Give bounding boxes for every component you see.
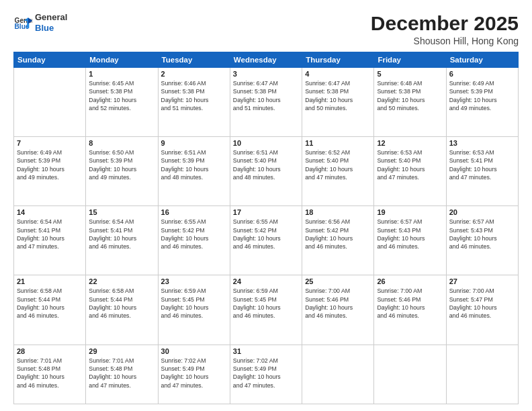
day-number: 24	[233, 277, 299, 285]
day-info: Sunrise: 6:46 AM Sunset: 5:38 PM Dayligh…	[161, 79, 227, 112]
week-row-4: 21Sunrise: 6:58 AM Sunset: 5:44 PM Dayli…	[14, 275, 519, 345]
day-info: Sunrise: 6:54 AM Sunset: 5:41 PM Dayligh…	[17, 218, 83, 250]
day-number: 21	[17, 277, 83, 285]
calendar-cell: 1Sunrise: 6:45 AM Sunset: 5:38 PM Daylig…	[86, 68, 158, 137]
title-block: December 2025 Shouson Hill, Hong Kong	[371, 12, 519, 46]
day-number: 9	[161, 139, 227, 147]
day-info: Sunrise: 6:59 AM Sunset: 5:45 PM Dayligh…	[233, 287, 299, 320]
calendar-cell: 29Sunrise: 7:01 AM Sunset: 5:48 PM Dayli…	[86, 345, 158, 404]
day-number: 26	[377, 277, 443, 285]
col-monday: Monday	[86, 52, 158, 68]
day-info: Sunrise: 6:45 AM Sunset: 5:38 PM Dayligh…	[89, 79, 154, 112]
calendar-table: Sunday Monday Tuesday Wednesday Thursday…	[13, 52, 519, 404]
day-info: Sunrise: 6:49 AM Sunset: 5:39 PM Dayligh…	[17, 148, 83, 181]
day-info: Sunrise: 6:51 AM Sunset: 5:40 PM Dayligh…	[233, 148, 299, 181]
day-number: 3	[233, 70, 299, 78]
day-number: 31	[233, 347, 299, 355]
day-info: Sunrise: 6:56 AM Sunset: 5:42 PM Dayligh…	[305, 218, 371, 250]
day-number: 29	[89, 347, 154, 355]
day-number: 12	[377, 139, 443, 147]
calendar-cell: 3Sunrise: 6:47 AM Sunset: 5:38 PM Daylig…	[230, 68, 302, 137]
calendar-cell	[374, 345, 446, 404]
calendar-cell: 30Sunrise: 7:02 AM Sunset: 5:49 PM Dayli…	[158, 345, 230, 404]
calendar-cell: 7Sunrise: 6:49 AM Sunset: 5:39 PM Daylig…	[14, 137, 86, 206]
page: General Blue General Blue December 2025 …	[0, 0, 532, 411]
day-info: Sunrise: 7:00 AM Sunset: 5:46 PM Dayligh…	[377, 287, 443, 320]
day-number: 13	[449, 139, 515, 147]
day-info: Sunrise: 7:00 AM Sunset: 5:46 PM Dayligh…	[305, 287, 371, 320]
calendar-cell: 10Sunrise: 6:51 AM Sunset: 5:40 PM Dayli…	[230, 137, 302, 206]
calendar-cell: 20Sunrise: 6:57 AM Sunset: 5:43 PM Dayli…	[446, 206, 518, 275]
col-sunday: Sunday	[14, 52, 86, 68]
day-number: 1	[89, 70, 154, 78]
week-row-3: 14Sunrise: 6:54 AM Sunset: 5:41 PM Dayli…	[14, 206, 519, 275]
day-info: Sunrise: 6:52 AM Sunset: 5:40 PM Dayligh…	[305, 148, 371, 181]
logo: General Blue General Blue	[13, 12, 67, 33]
day-number: 11	[305, 139, 371, 147]
calendar-cell: 27Sunrise: 7:00 AM Sunset: 5:47 PM Dayli…	[446, 275, 518, 345]
day-number: 17	[233, 208, 299, 216]
col-thursday: Thursday	[302, 52, 374, 68]
header: General Blue General Blue December 2025 …	[13, 12, 519, 46]
week-row-1: 1Sunrise: 6:45 AM Sunset: 5:38 PM Daylig…	[14, 68, 519, 137]
day-number: 20	[449, 208, 515, 216]
day-info: Sunrise: 6:55 AM Sunset: 5:42 PM Dayligh…	[233, 218, 299, 250]
week-row-2: 7Sunrise: 6:49 AM Sunset: 5:39 PM Daylig…	[14, 137, 519, 206]
day-info: Sunrise: 6:58 AM Sunset: 5:44 PM Dayligh…	[89, 287, 154, 320]
calendar-header-row: Sunday Monday Tuesday Wednesday Thursday…	[14, 52, 519, 68]
calendar-cell: 11Sunrise: 6:52 AM Sunset: 5:40 PM Dayli…	[302, 137, 374, 206]
day-number: 8	[89, 139, 154, 147]
calendar-cell: 25Sunrise: 7:00 AM Sunset: 5:46 PM Dayli…	[302, 275, 374, 345]
logo-icon: General Blue	[13, 13, 32, 32]
calendar-cell	[446, 345, 518, 404]
calendar-cell: 9Sunrise: 6:51 AM Sunset: 5:39 PM Daylig…	[158, 137, 230, 206]
day-number: 18	[305, 208, 371, 216]
day-number: 25	[305, 277, 371, 285]
day-number: 30	[161, 347, 227, 355]
logo-line1: General	[35, 12, 67, 23]
calendar-cell: 19Sunrise: 6:57 AM Sunset: 5:43 PM Dayli…	[374, 206, 446, 275]
calendar-cell: 26Sunrise: 7:00 AM Sunset: 5:46 PM Dayli…	[374, 275, 446, 345]
calendar-cell: 4Sunrise: 6:47 AM Sunset: 5:38 PM Daylig…	[302, 68, 374, 137]
day-info: Sunrise: 6:58 AM Sunset: 5:44 PM Dayligh…	[17, 287, 83, 320]
day-info: Sunrise: 6:50 AM Sunset: 5:39 PM Dayligh…	[89, 148, 154, 181]
day-info: Sunrise: 6:55 AM Sunset: 5:42 PM Dayligh…	[161, 218, 227, 250]
calendar-cell: 12Sunrise: 6:53 AM Sunset: 5:40 PM Dayli…	[374, 137, 446, 206]
calendar-cell: 28Sunrise: 7:01 AM Sunset: 5:48 PM Dayli…	[14, 345, 86, 404]
calendar-cell: 17Sunrise: 6:55 AM Sunset: 5:42 PM Dayli…	[230, 206, 302, 275]
day-info: Sunrise: 7:01 AM Sunset: 5:48 PM Dayligh…	[89, 357, 154, 390]
calendar-cell: 15Sunrise: 6:54 AM Sunset: 5:41 PM Dayli…	[86, 206, 158, 275]
day-number: 15	[89, 208, 154, 216]
week-row-5: 28Sunrise: 7:01 AM Sunset: 5:48 PM Dayli…	[14, 345, 519, 404]
day-info: Sunrise: 6:47 AM Sunset: 5:38 PM Dayligh…	[233, 79, 299, 112]
day-number: 5	[377, 70, 443, 78]
day-number: 27	[449, 277, 515, 285]
col-tuesday: Tuesday	[158, 52, 230, 68]
calendar-cell: 13Sunrise: 6:53 AM Sunset: 5:41 PM Dayli…	[446, 137, 518, 206]
calendar-cell: 16Sunrise: 6:55 AM Sunset: 5:42 PM Dayli…	[158, 206, 230, 275]
day-info: Sunrise: 6:49 AM Sunset: 5:39 PM Dayligh…	[449, 79, 515, 112]
day-number: 16	[161, 208, 227, 216]
day-info: Sunrise: 6:59 AM Sunset: 5:45 PM Dayligh…	[161, 287, 227, 320]
day-info: Sunrise: 7:00 AM Sunset: 5:47 PM Dayligh…	[449, 287, 515, 320]
day-info: Sunrise: 7:02 AM Sunset: 5:49 PM Dayligh…	[233, 357, 299, 390]
calendar-cell: 2Sunrise: 6:46 AM Sunset: 5:38 PM Daylig…	[158, 68, 230, 137]
col-saturday: Saturday	[446, 52, 518, 68]
calendar-cell: 31Sunrise: 7:02 AM Sunset: 5:49 PM Dayli…	[230, 345, 302, 404]
day-number: 4	[305, 70, 371, 78]
calendar-cell: 22Sunrise: 6:58 AM Sunset: 5:44 PM Dayli…	[86, 275, 158, 345]
day-number: 22	[89, 277, 154, 285]
calendar-cell: 21Sunrise: 6:58 AM Sunset: 5:44 PM Dayli…	[14, 275, 86, 345]
calendar-cell: 18Sunrise: 6:56 AM Sunset: 5:42 PM Dayli…	[302, 206, 374, 275]
calendar-cell: 8Sunrise: 6:50 AM Sunset: 5:39 PM Daylig…	[86, 137, 158, 206]
day-info: Sunrise: 6:57 AM Sunset: 5:43 PM Dayligh…	[449, 218, 515, 250]
col-wednesday: Wednesday	[230, 52, 302, 68]
day-number: 23	[161, 277, 227, 285]
calendar-cell	[302, 345, 374, 404]
day-number: 10	[233, 139, 299, 147]
day-info: Sunrise: 6:53 AM Sunset: 5:41 PM Dayligh…	[449, 148, 515, 181]
month-title: December 2025	[371, 12, 519, 34]
location-subtitle: Shouson Hill, Hong Kong	[371, 36, 519, 46]
logo-text-block: General Blue	[35, 12, 67, 33]
calendar-cell: 14Sunrise: 6:54 AM Sunset: 5:41 PM Dayli…	[14, 206, 86, 275]
